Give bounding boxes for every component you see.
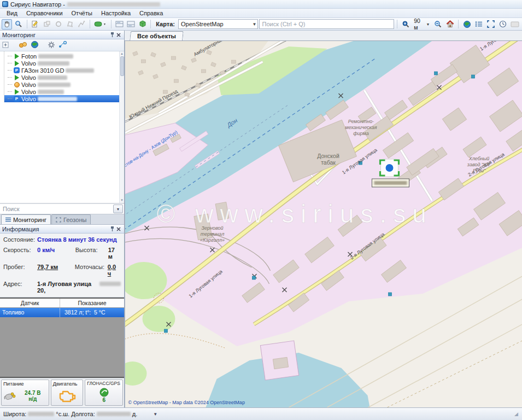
map-select-label: Карта: <box>154 21 177 27</box>
keyboard-button-disabled[interactable] <box>509 19 520 30</box>
search-filter-button[interactable]: ▼ <box>113 205 123 213</box>
pan-tool-button[interactable] <box>2 19 12 30</box>
sensor-col-value: Показание <box>60 299 124 307</box>
sensor-value: 3812 л; t°: 5 °C <box>60 308 124 317</box>
magnifier-icon <box>15 20 22 28</box>
map-scale-select[interactable]: 90 м ▼ <box>412 18 431 31</box>
statusbar-dropdown[interactable]: ▼ <box>153 412 157 417</box>
menu-nastroika[interactable]: Настройка <box>97 9 135 18</box>
state-label: Состояние: <box>3 236 37 243</box>
tab-monitoring-label: Мониторинг <box>13 217 46 223</box>
track-color-button[interactable] <box>93 19 108 30</box>
scrollbar-thumb[interactable] <box>120 56 124 76</box>
export-button[interactable] <box>137 19 148 30</box>
route-button[interactable] <box>58 41 67 49</box>
vehicle-moving-icon <box>15 54 19 59</box>
polygon-tool-disabled[interactable] <box>64 19 75 30</box>
list-icon <box>475 21 483 27</box>
globe-icon <box>463 20 471 28</box>
scroll-down-icon[interactable]: ▼ <box>120 198 124 203</box>
layout-top-button[interactable] <box>114 19 124 30</box>
vehicle-marker[interactable] <box>380 159 399 177</box>
mileage-value[interactable]: 79,7 км <box>37 264 67 270</box>
hours-value[interactable]: 0,0 ч <box>108 264 121 277</box>
gauges-panel: Питание 24.7 В н/д Двигатель <box>0 378 124 407</box>
vehicle-row[interactable]: Foton <box>4 52 124 60</box>
vehicle-moving-icon <box>15 75 19 80</box>
longitude-units: д. <box>132 411 137 417</box>
tab-monitoring[interactable]: Мониторинг <box>1 214 51 224</box>
monitoring-toolbar <box>0 39 124 51</box>
latitude-units: °с.ш. <box>56 411 69 417</box>
vehicle-label: Volvo <box>21 74 36 81</box>
show-on-map-button[interactable] <box>31 40 39 50</box>
green-capsule-icon <box>94 21 107 27</box>
time-button[interactable] <box>497 19 508 30</box>
vehicle-label: Volvo <box>21 60 36 67</box>
menu-otchety[interactable]: Отчёты <box>67 9 97 18</box>
settings-button[interactable] <box>48 41 55 50</box>
map-tabs: Все объекты <box>125 31 522 41</box>
vehicle-search-field[interactable]: Поиск ▼ <box>0 203 124 214</box>
chevron-down-icon: ▼ <box>426 22 430 26</box>
layout-bottom-button[interactable] <box>126 19 136 30</box>
geozone-icon <box>56 217 61 223</box>
zoom-in-button[interactable] <box>400 19 411 30</box>
tree-scrollbar[interactable]: ▲ ▼ <box>119 51 124 203</box>
sensor-row-selected[interactable]: Топливо 3812 л; t°: 5 °C <box>0 308 124 317</box>
main-toolbar: Карта: OpenStreetMap ▼ 90 м ▼ <box>0 18 522 31</box>
tab-geozones[interactable]: Геозоны <box>51 214 91 224</box>
vehicle-row[interactable]: Volvo <box>4 81 124 88</box>
menu-vid[interactable]: Вид <box>2 9 22 18</box>
sensor-name: Топливо <box>0 308 60 317</box>
map-canvas[interactable]: Амбулаторная улица Южный Нижний Проезд Д… <box>125 41 522 407</box>
legend-button[interactable] <box>473 19 484 30</box>
latitude-label: Широта: <box>3 411 26 417</box>
engine-gauge: Двигатель <box>51 380 84 406</box>
zoom-out-button[interactable] <box>432 19 443 30</box>
menu-spravochniki[interactable]: Справочники <box>22 9 67 18</box>
vehicle-row[interactable]: P ГАЗон 3010 GD <box>4 67 124 74</box>
frame-corners-icon <box>487 20 495 28</box>
window-title: Сириус Навигатор - <box>10 1 65 8</box>
expand-all-button[interactable] <box>2 42 9 49</box>
gps-satellites-count: 6 <box>102 397 105 403</box>
close-icon[interactable] <box>115 226 122 232</box>
globe-view-button[interactable] <box>461 19 472 30</box>
map-select[interactable]: OpenStreetMap ▼ <box>178 19 258 29</box>
power-gauge: Питание 24.7 В н/д <box>1 380 49 406</box>
map-svg: Амбулаторная улица Южный Нижний Проезд Д… <box>125 41 522 407</box>
polyline-tool-disabled[interactable] <box>77 19 87 30</box>
sidebar: Мониторинг Foton <box>0 31 125 407</box>
vehicle-search-placeholder: Поиск <box>3 206 19 212</box>
binoculars-button[interactable] <box>19 42 27 49</box>
pin-icon[interactable] <box>109 32 115 38</box>
polygon-icon <box>66 20 74 28</box>
address-value: 1-я Луговая улица 20, <box>37 281 97 294</box>
vehicle-label: Volvo <box>21 81 36 88</box>
power-voltage: 24.7 В <box>25 390 40 396</box>
vehicle-row[interactable]: Volvo <box>4 74 124 81</box>
vehicle-row-selected[interactable]: P Volvo <box>4 95 124 102</box>
fit-objects-button[interactable] <box>485 19 496 30</box>
pin-icon[interactable] <box>109 226 115 232</box>
circle-tool-disabled[interactable] <box>53 19 63 30</box>
vehicle-row[interactable]: Volvo <box>4 60 124 67</box>
zoom-tool-button[interactable] <box>13 19 24 30</box>
vehicle-parked-icon: P <box>14 67 20 73</box>
menu-spravka[interactable]: Справка <box>135 9 167 18</box>
search-input[interactable] <box>259 19 394 29</box>
home-button[interactable] <box>444 19 455 30</box>
scroll-up-icon[interactable]: ▲ <box>120 51 124 56</box>
engine-icon <box>57 389 76 402</box>
vehicle-row[interactable]: Volvo <box>4 88 124 95</box>
svg-text:Ремонтно-: Ремонтно- <box>348 119 374 124</box>
monitoring-panel-header: Мониторинг <box>0 31 124 39</box>
map-tab-all-objects[interactable]: Все объекты <box>130 31 184 40</box>
sensor-table-header: Датчик Показание <box>0 299 124 308</box>
group-icon <box>43 20 51 28</box>
close-icon[interactable] <box>115 32 122 38</box>
group-button-disabled[interactable] <box>42 19 52 30</box>
svg-text:«Каргилл»: «Каргилл» <box>200 237 225 243</box>
edit-button[interactable] <box>30 19 40 30</box>
